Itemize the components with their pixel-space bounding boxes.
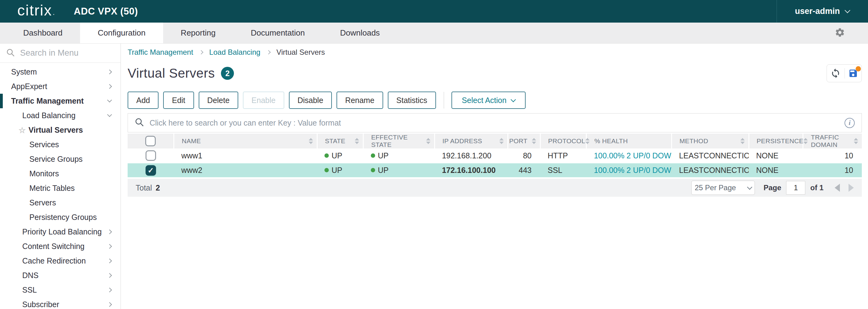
total-value: 2 — [156, 184, 160, 192]
cell-name: www1 — [174, 148, 317, 163]
chevron-right-icon — [107, 302, 112, 307]
table-row[interactable]: www1 UP UP 192.168.1.200 80 HTTP 100.00%… — [128, 148, 862, 163]
chevron-right-icon — [107, 244, 112, 249]
sort-icon — [854, 138, 858, 144]
row-checkbox[interactable]: ✓ — [146, 165, 156, 176]
chevron-right-icon — [107, 288, 112, 292]
sidebar-item-persistency-groups[interactable]: Persistency Groups — [0, 210, 121, 225]
cell-name: www2 — [174, 163, 317, 177]
sidebar-item-traffic-management[interactable]: Traffic Management — [0, 94, 121, 108]
sidebar-item-load-balancing[interactable]: Load Balancing — [0, 108, 121, 123]
cell-traffic-domain: 10 — [803, 163, 862, 177]
select-all-checkbox[interactable] — [145, 136, 156, 146]
sidebar-item-content-switching[interactable]: Content Switching — [0, 239, 121, 254]
sort-icon — [803, 138, 808, 144]
chevron-right-icon — [107, 84, 112, 89]
cell-protocol: HTTP — [540, 148, 587, 163]
refresh-button[interactable] — [830, 68, 841, 79]
cell-traffic-domain: 10 — [803, 148, 862, 163]
sort-icon — [499, 138, 504, 144]
sidebar-item-servers[interactable]: Servers — [0, 195, 121, 210]
cell-persistence: NONE — [749, 148, 803, 163]
select-all-header — [128, 134, 174, 148]
sidebar-item-dns[interactable]: DNS — [0, 268, 121, 283]
tab-dashboard[interactable]: Dashboard — [6, 23, 80, 43]
page-label: Page — [764, 184, 781, 192]
column-header-health[interactable]: % HEALTH — [587, 134, 672, 148]
cell-effective-state: UP — [363, 148, 434, 163]
toolbar-divider — [444, 92, 444, 109]
enable-button[interactable]: Enable — [243, 91, 284, 109]
sidebar-item-appexpert[interactable]: AppExpert — [0, 79, 121, 94]
tab-configuration[interactable]: Configuration — [80, 23, 163, 43]
column-header-name[interactable]: NAME — [174, 134, 317, 148]
chevron-right-icon — [107, 259, 112, 263]
breadcrumb-traffic-management[interactable]: Traffic Management — [128, 48, 193, 57]
column-header-method[interactable]: METHOD — [672, 134, 749, 148]
chevron-down-icon — [747, 184, 752, 190]
select-action-dropdown[interactable]: Select Action — [452, 91, 526, 109]
info-icon[interactable]: i — [844, 118, 855, 128]
column-header-traffic-domain[interactable]: TRAFFIC DOMAIN — [803, 134, 862, 148]
per-page-select[interactable]: 25 Per Page — [691, 180, 755, 195]
next-page-button[interactable] — [848, 184, 854, 192]
cell-port: 80 — [508, 148, 540, 163]
table-footer: Total 2 25 Per Page Page of 1 — [128, 179, 862, 197]
tab-downloads[interactable]: Downloads — [322, 23, 397, 43]
sidebar-item-metric-tables[interactable]: Metric Tables — [0, 181, 121, 195]
sort-icon — [740, 138, 745, 144]
sidebar-item-virtual-servers[interactable]: ☆Virtual Servers — [0, 123, 121, 137]
column-header-port[interactable]: PORT — [508, 134, 540, 148]
count-badge: 2 — [221, 67, 234, 80]
top-bar: citrix ADC VPX (50) user-admin — [0, 0, 868, 23]
sidebar-item-monitors[interactable]: Monitors — [0, 166, 121, 181]
chevron-down-icon — [844, 7, 850, 13]
delete-button[interactable]: Delete — [199, 91, 238, 109]
table-row[interactable]: ✓ www2 UP UP 172.16.100.100 443 SSL 100.… — [128, 163, 862, 177]
sidebar-item-service-groups[interactable]: Service Groups — [0, 152, 121, 166]
health-link[interactable]: 100.00% 2 UP/0 DOWN — [594, 151, 672, 160]
cell-state: UP — [317, 148, 363, 163]
sidebar-item-services[interactable]: Services — [0, 137, 121, 152]
top-bar-right: user-admin — [777, 0, 868, 23]
chevron-right-icon — [107, 273, 112, 278]
add-button[interactable]: Add — [128, 91, 158, 109]
save-config-button[interactable] — [848, 68, 858, 78]
breadcrumb-virtual-servers: Virtual Servers — [277, 48, 325, 57]
page-number-input[interactable] — [786, 181, 805, 195]
gear-icon[interactable] — [835, 27, 845, 39]
table-header-row: NAME STATE EFFECTIVE STATE IP ADDRESS PO… — [128, 134, 862, 148]
user-menu[interactable]: user-admin — [777, 6, 868, 16]
search-icon — [6, 48, 15, 58]
statistics-button[interactable]: Statistics — [388, 91, 436, 109]
health-link[interactable]: 100.00% 2 UP/0 DOWN — [594, 166, 672, 174]
column-header-effective-state[interactable]: EFFECTIVE STATE — [363, 134, 434, 148]
status-up-dot — [371, 153, 375, 158]
column-header-persistence[interactable]: PERSISTENCE — [749, 134, 803, 148]
cell-health: 100.00% 2 UP/0 DOWN — [587, 163, 672, 177]
edit-button[interactable]: Edit — [163, 91, 194, 109]
table-search-input[interactable] — [149, 118, 840, 128]
star-icon: ☆ — [19, 126, 26, 134]
breadcrumb-load-balancing[interactable]: Load Balancing — [209, 48, 260, 57]
disable-button[interactable]: Disable — [289, 91, 332, 109]
sidebar-item-ssl[interactable]: SSL — [0, 283, 121, 297]
sort-icon — [426, 138, 430, 144]
citrix-logo: citrix — [17, 3, 55, 18]
row-checkbox[interactable] — [146, 150, 156, 161]
tab-documentation[interactable]: Documentation — [233, 23, 322, 43]
tab-reporting[interactable]: Reporting — [163, 23, 233, 43]
sidebar-item-subscriber[interactable]: Subscriber — [0, 297, 121, 309]
column-header-protocol[interactable]: PROTOCOL — [540, 134, 587, 148]
sidebar-search-input[interactable] — [20, 48, 116, 58]
sidebar-item-priority-load-balancing[interactable]: Priority Load Balancing — [0, 225, 121, 239]
sidebar-item-system[interactable]: System — [0, 65, 121, 79]
column-header-state[interactable]: STATE — [317, 134, 363, 148]
sidebar-item-cache-redirection[interactable]: Cache Redirection — [0, 254, 121, 268]
previous-page-button[interactable] — [835, 184, 840, 192]
cell-protocol: SSL — [540, 163, 587, 177]
column-header-ip-address[interactable]: IP ADDRESS — [434, 134, 508, 148]
rename-button[interactable]: Rename — [337, 91, 383, 109]
status-up-dot — [371, 168, 375, 172]
notification-dot — [856, 66, 861, 72]
